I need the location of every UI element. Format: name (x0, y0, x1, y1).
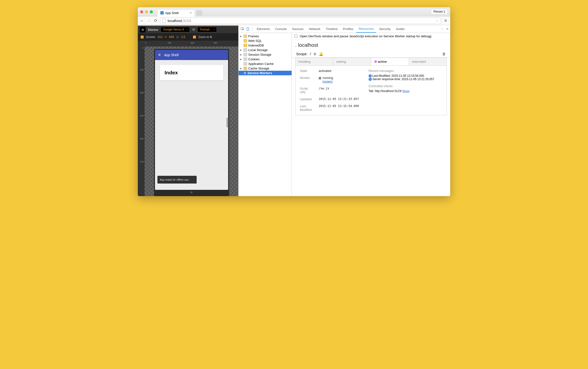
status-redundant[interactable]: redundant (409, 58, 447, 65)
resources-tree: ▶Frames Web SQL IndexedDB ▶Local Storage… (238, 33, 292, 196)
phone-nav-icon: ≡ (155, 190, 228, 195)
devtools-menu-icon[interactable]: ⋮ (441, 27, 444, 31)
screen-checkbox[interactable] (141, 36, 144, 39)
status-tabs: installing waiting ⚙ active redundant (295, 58, 447, 66)
tree-frames[interactable]: ▶Frames (238, 34, 292, 39)
tab-resources[interactable]: Resources (356, 25, 376, 33)
scrollbar-icon[interactable] (227, 118, 228, 127)
inspect-icon[interactable] (240, 27, 245, 31)
browser-tab[interactable]: App Shell × (157, 9, 195, 16)
script-value: /sw.js (319, 87, 329, 94)
url-input[interactable]: localhost:3123 ☆ (160, 18, 441, 24)
forward-button[interactable]: → (146, 18, 151, 23)
tab-profiles[interactable]: Profiles (340, 25, 356, 32)
bell-icon[interactable]: 🔔 (319, 52, 323, 56)
devtools-pane: Elements Console Sources Network Timelin… (238, 25, 450, 196)
maximize-window-icon[interactable] (150, 10, 153, 13)
tab-sources[interactable]: Sources (290, 25, 306, 32)
stop-icon[interactable] (319, 77, 321, 79)
script-label: Script URL (300, 87, 315, 94)
tree-sessionstorage[interactable]: ▶Session Storage (238, 52, 292, 57)
app-bar: ≡ App Shell (155, 50, 228, 60)
tab-console[interactable]: Console (273, 25, 289, 32)
inspect-link[interactable]: inspect (323, 80, 332, 83)
origin-heading: . localhost (292, 40, 450, 50)
reload-button[interactable]: ⟳ (153, 18, 158, 23)
status-active[interactable]: ⚙ active (371, 58, 409, 65)
devtools-close-icon[interactable]: ✕ (446, 27, 449, 31)
window-controls (140, 10, 153, 13)
service-worker-detail: Open DevTools window and pause JavaScrip… (292, 33, 450, 196)
database-icon (244, 67, 247, 70)
pause-on-start-row: Open DevTools window and pause JavaScrip… (292, 33, 450, 40)
screen-label: Screen (146, 35, 155, 39)
gear-icon[interactable]: ⚙ (313, 52, 317, 56)
close-window-icon[interactable] (140, 10, 143, 13)
orientation-select[interactable]: Portrait -⌄ (197, 27, 217, 32)
scope-label: Scope: (296, 52, 308, 56)
devtools-body: ▶Frames Web SQL IndexedDB ▶Local Storage… (238, 33, 450, 196)
zoom-checkbox[interactable] (193, 36, 196, 39)
index-card: Index (160, 65, 223, 80)
svg-rect-1 (247, 28, 249, 31)
tab-timeline[interactable]: Timeline (323, 25, 340, 32)
tree-localstorage[interactable]: ▶Local Storage (238, 48, 292, 52)
dpr-icon: ⊡ (176, 35, 179, 39)
disable-emulation-icon[interactable]: ⊘ (140, 27, 145, 32)
chevron-down-icon: ⌄ (213, 28, 215, 31)
minimize-window-icon[interactable] (145, 10, 148, 13)
status-waiting[interactable]: waiting (333, 58, 371, 65)
state-value: activated (319, 69, 331, 73)
tree-websql[interactable]: Web SQL (238, 39, 292, 43)
updated-label: Updated (300, 97, 315, 101)
state-label: State (300, 69, 315, 73)
url-host: localhost (168, 19, 182, 23)
devtools-tabs: Elements Console Sources Network Timelin… (238, 25, 450, 33)
focus-link[interactable]: focus (402, 89, 410, 93)
screen-height[interactable]: 659 (169, 35, 174, 39)
dpr-value[interactable]: 3.5 (181, 35, 185, 39)
message-row: iServer response time: 2015-11-05 13:21:… (369, 77, 442, 81)
profile-button[interactable]: Person 1 (431, 9, 448, 15)
status-installing[interactable]: installing (295, 58, 333, 65)
browser-menu-icon[interactable]: ≡ (443, 18, 448, 23)
storage-icon (244, 62, 247, 65)
tree-cachestorage[interactable]: ▶Cache Storage (238, 66, 292, 71)
trash-icon[interactable]: 🗑 (442, 52, 446, 56)
tree-cookies[interactable]: ▶Cookies (238, 57, 292, 62)
tree-indexeddb[interactable]: IndexedDB (238, 43, 292, 48)
scope-value: / (310, 52, 311, 56)
storage-icon (244, 58, 247, 61)
device-label: Device (148, 28, 158, 31)
pause-checkbox[interactable] (294, 35, 297, 38)
tree-serviceworkers[interactable]: ⚙Service Workers (238, 71, 292, 75)
screen-width[interactable]: 412 (158, 35, 163, 39)
tab-title: App Shell (165, 11, 179, 15)
app-title: App Shell (164, 53, 178, 57)
tab-audits[interactable]: Audits (393, 25, 407, 32)
tree-appcache[interactable]: Application Cache (238, 62, 292, 66)
tab-network[interactable]: Network (307, 25, 323, 32)
info-icon: i (369, 74, 372, 77)
scope-row: Scope: / ⚙ 🔔 🗑 (292, 50, 450, 58)
hamburger-icon[interactable]: ≡ (158, 52, 161, 57)
tab-elements[interactable]: Elements (254, 25, 272, 32)
phone-screen[interactable]: ≡ App Shell Index App ready for offline … (155, 50, 228, 190)
close-tab-icon[interactable]: × (190, 11, 192, 15)
offline-toast: App ready for offline use. (157, 176, 197, 184)
folder-icon (244, 35, 247, 38)
service-worker-body: Stateactivated Workerrunninginspect Scri… (295, 66, 447, 115)
back-button[interactable]: ← (140, 18, 144, 23)
worker-label: Worker (300, 76, 315, 83)
bookmark-icon[interactable]: ☆ (435, 18, 439, 23)
zoom-label: Zoom to fit (198, 35, 212, 39)
info-icon: i (369, 78, 372, 81)
device-select[interactable]: Google Nexus 6⌄ (161, 27, 190, 32)
tab-security[interactable]: Security (377, 25, 393, 32)
gear-icon: ⚙ (374, 60, 377, 63)
device-emulator-pane: ⊘ Device Google Nexus 6⌄ ⟲ Portrait -⌄ S… (138, 25, 238, 196)
rotate-icon[interactable]: ⟲ (192, 28, 195, 31)
lastmod-label: Last-Modified (300, 104, 315, 112)
device-mode-icon[interactable] (245, 27, 250, 31)
new-tab-button[interactable] (196, 10, 202, 16)
